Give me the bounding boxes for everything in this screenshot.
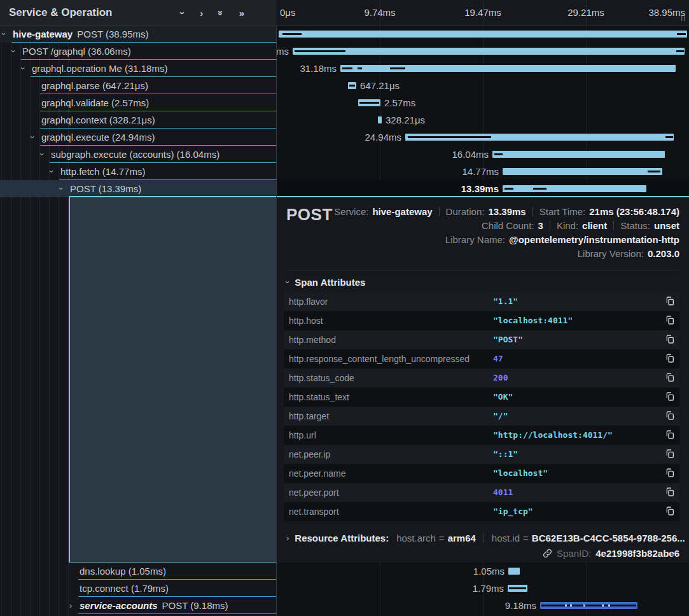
child-span-marker: [665, 136, 673, 138]
attribute-key: http.url: [289, 426, 316, 445]
duration-bar[interactable]: [503, 168, 662, 175]
span-label: hive-gatewayPOST (38.95ms): [13, 25, 148, 43]
child-span-marker: [533, 188, 546, 190]
child-span-marker: [359, 102, 379, 104]
meta-separator: [613, 221, 614, 230]
timeline-header: 0μs9.74ms19.47ms29.21ms38.95ms: [276, 0, 689, 26]
child-span-marker: [358, 67, 362, 69]
attribute-key: http.target: [289, 407, 329, 426]
operation-name: graphql.operation Me (31.18ms): [32, 63, 167, 74]
span-label: graphql.parse (647.21μs): [41, 77, 148, 94]
meta-value: client: [582, 220, 607, 231]
chevron-down-icon[interactable]: ›: [34, 153, 51, 155]
copy-icon[interactable]: [664, 353, 676, 365]
span-tree-row[interactable]: ›hive-gatewayPOST (38.95ms): [0, 25, 276, 43]
chevron-down-icon[interactable]: ›: [24, 136, 41, 138]
chevron-down-icon[interactable]: ›: [43, 170, 60, 172]
meta-value: 21ms (23:56:48.174): [589, 206, 679, 217]
meta-value: 0.203.0: [648, 248, 679, 259]
duration-label: 1.05ms: [473, 563, 505, 580]
span-tree-row[interactable]: ›graphql.operation Me (31.18ms): [0, 60, 276, 77]
duration-bar[interactable]: [508, 568, 520, 575]
copy-icon[interactable]: [664, 372, 676, 384]
panel-resize-handle[interactable]: ||: [681, 13, 686, 21]
span-attributes-header[interactable]: › Span Attributes: [286, 277, 365, 288]
meta-value: 3: [538, 220, 543, 231]
operation-name: subgraph.execute (accounts) (16.04ms): [51, 149, 219, 160]
copy-icon[interactable]: [664, 315, 676, 326]
copy-icon[interactable]: [664, 334, 676, 346]
attribute-key: http.host: [289, 311, 323, 330]
chevron-down-icon[interactable]: ›: [53, 187, 70, 190]
attribute-row: http.flavor"1.1": [284, 292, 679, 311]
span-label: graphql.operation Me (31.18ms): [32, 60, 167, 77]
timeline-bar-row: 36.06ms: [276, 43, 689, 60]
span-tree: ›hive-gatewayPOST (38.95ms)›POST /graphq…: [0, 25, 276, 197]
copy-icon[interactable]: [664, 487, 676, 498]
span-tree-row[interactable]: ›service-accountsPOST (9.18ms): [0, 597, 276, 614]
copy-icon[interactable]: [664, 296, 676, 307]
attribute-row: net.peer.name"localhost": [284, 464, 679, 483]
span-tree-row[interactable]: tcp.connect (1.79ms): [0, 580, 276, 597]
attribute-value: "ip_tcp": [493, 502, 533, 521]
span-tree-row[interactable]: ›subgraph.execute (accounts) (16.04ms): [0, 146, 276, 163]
span-detail-panel: POST Service:hive-gatewayDuration:13.39m…: [276, 197, 689, 563]
child-span-marker: [282, 33, 302, 35]
span-tree-row[interactable]: ›POST /graphql (36.06ms): [0, 43, 276, 60]
meta-label: Duration:: [446, 206, 485, 217]
attribute-value: 4011: [493, 483, 513, 502]
resource-key: host.arch: [396, 533, 436, 543]
span-tree-row[interactable]: graphql.parse (647.21μs): [0, 77, 276, 94]
span-label: graphql.validate (2.57ms): [41, 94, 149, 111]
span-tree-row[interactable]: graphql.context (328.21μs): [0, 111, 276, 129]
chevron-down-icon[interactable]: ›: [5, 50, 22, 52]
meta-value: 13.39ms: [488, 206, 525, 217]
operation-name: tcp.connect (1.79ms): [80, 583, 169, 594]
chevron-down-icon[interactable]: ›: [15, 67, 32, 69]
span-attributes-title: Span Attributes: [295, 277, 365, 288]
copy-icon[interactable]: [664, 410, 676, 422]
tree-header: Service & Operation ››»»: [0, 0, 276, 26]
copy-icon[interactable]: [664, 449, 676, 460]
chevron-down-icon[interactable]: ›: [0, 32, 13, 35]
attribute-value: "localhost:4011": [493, 311, 573, 330]
duration-bar[interactable]: [492, 151, 665, 158]
resource-attributes-row[interactable]: › Resource Attributes: host.arch=arm64ho…: [286, 531, 685, 545]
attribute-key: http.flavor: [289, 292, 328, 311]
operation-name: POST (13.39ms): [70, 183, 141, 194]
span-id-value: 4e21998f3b82abe6: [595, 548, 679, 559]
span-tree-row[interactable]: ›http.fetch (14.77ms): [0, 163, 276, 180]
span-title: POST: [286, 205, 333, 225]
chevron-right-icon[interactable]: ›: [69, 597, 72, 614]
duration-label: 31.18ms: [300, 60, 337, 77]
collapse-all-icon[interactable]: »: [218, 8, 223, 18]
span-tree-row[interactable]: dns.lookup (1.05ms): [0, 563, 276, 580]
span-id-label: SpanID:: [557, 548, 591, 559]
expand-all-icon[interactable]: »: [239, 8, 244, 18]
copy-icon[interactable]: [664, 430, 676, 441]
panel-divider[interactable]: [276, 0, 277, 616]
trace-viewer: 36.06ms31.18ms647.21μs2.57ms328.21μs24.9…: [0, 0, 689, 616]
resource-attributes-title: Resource Attributes:: [295, 533, 389, 543]
copy-icon[interactable]: [664, 468, 676, 479]
attribute-value: 47: [493, 349, 503, 368]
copy-icon[interactable]: [664, 506, 676, 517]
duration-bar[interactable]: [279, 31, 687, 38]
duration-bar[interactable]: [378, 116, 382, 123]
attribute-key: net.transport: [289, 502, 339, 521]
span-tree-row[interactable]: graphql.validate (2.57ms): [0, 94, 276, 111]
link-icon[interactable]: [543, 549, 552, 558]
duration-bar[interactable]: [503, 185, 646, 192]
child-span-marker: [677, 33, 686, 35]
span-tree-row[interactable]: ›graphql.execute (24.94ms): [0, 129, 276, 146]
attribute-value: "http://localhost:4011/": [493, 426, 613, 445]
collapse-children-icon[interactable]: ›: [181, 8, 184, 18]
span-label: graphql.execute (24.94ms): [41, 129, 155, 146]
expand-children-icon[interactable]: ›: [200, 8, 203, 18]
attribute-row: net.peer.ip"::1": [284, 445, 679, 464]
copy-icon[interactable]: [664, 391, 676, 403]
meta-label: Child Count:: [482, 220, 534, 231]
duration-bar[interactable]: [293, 48, 685, 55]
attribute-value: "OK": [493, 388, 513, 407]
span-tree-row[interactable]: ›POST (13.39ms): [0, 180, 276, 197]
